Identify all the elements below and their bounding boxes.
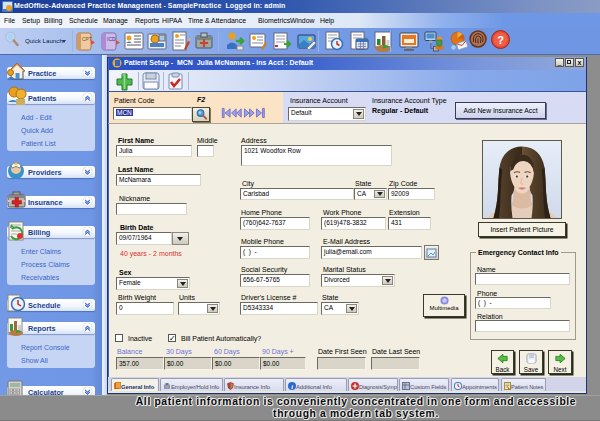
svg-text:ICD: ICD [107,36,116,42]
svg-text:?: ? [497,34,504,46]
svg-text:i: i [291,382,293,389]
svg-text:CPT: CPT [82,36,92,42]
